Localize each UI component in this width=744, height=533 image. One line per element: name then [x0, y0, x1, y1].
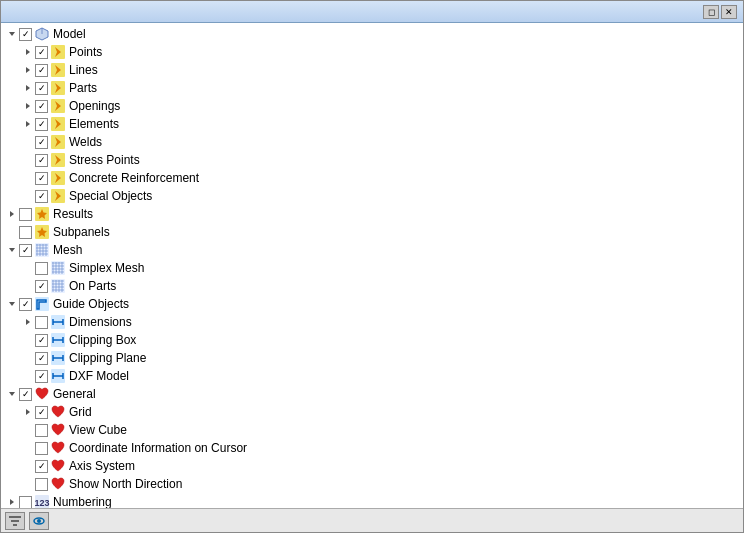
tree-item-clipping-plane[interactable]: Clipping Plane [1, 349, 743, 367]
yellow-arrow-icon-concrete-reinforcement [50, 170, 66, 186]
expander-parts[interactable] [21, 81, 35, 95]
svg-marker-80 [26, 409, 30, 415]
checkbox-simplex-mesh[interactable] [35, 262, 48, 275]
expander-mesh[interactable] [5, 243, 19, 257]
expander-openings[interactable] [21, 99, 35, 113]
tree-item-guide-objects[interactable]: Guide Objects [1, 295, 743, 313]
tree-item-view-cube[interactable]: View Cube [1, 421, 743, 439]
titlebar: ◻ ✕ [1, 1, 743, 23]
svg-marker-79 [9, 392, 15, 396]
label-concrete-reinforcement: Concrete Reinforcement [69, 171, 199, 185]
checkbox-numbering[interactable] [19, 496, 32, 509]
tree-item-welds[interactable]: Welds [1, 133, 743, 151]
checkbox-special-objects[interactable] [35, 190, 48, 203]
eye-button[interactable] [29, 512, 49, 530]
tree-item-on-parts[interactable]: On Parts [1, 277, 743, 295]
checkbox-dimensions[interactable] [35, 316, 48, 329]
expander-on-parts [21, 279, 35, 293]
label-guide-objects: Guide Objects [53, 297, 129, 311]
mesh-small-icon-simplex-mesh [50, 260, 66, 276]
label-special-objects: Special Objects [69, 189, 152, 203]
checkbox-coordinate-info[interactable] [35, 442, 48, 455]
checkbox-mesh[interactable] [19, 244, 32, 257]
expander-numbering[interactable] [5, 495, 19, 508]
expander-elements[interactable] [21, 117, 35, 131]
checkbox-guide-objects[interactable] [19, 298, 32, 311]
tree-item-mesh[interactable]: Mesh [1, 241, 743, 259]
checkbox-general[interactable] [19, 388, 32, 401]
tree-item-openings[interactable]: Openings [1, 97, 743, 115]
checkbox-view-cube[interactable] [35, 424, 48, 437]
tree-item-grid[interactable]: Grid [1, 403, 743, 421]
expander-stress-points [21, 153, 35, 167]
label-subpanels: Subpanels [53, 225, 110, 239]
checkbox-show-north[interactable] [35, 478, 48, 491]
close-button[interactable]: ✕ [721, 5, 737, 19]
label-show-north: Show North Direction [69, 477, 182, 491]
tree-item-subpanels[interactable]: Subpanels [1, 223, 743, 241]
tree-item-show-north[interactable]: Show North Direction [1, 475, 743, 493]
checkbox-axis-system[interactable] [35, 460, 48, 473]
tree-item-parts[interactable]: Parts [1, 79, 743, 97]
checkbox-clipping-box[interactable] [35, 334, 48, 347]
tree-item-lines[interactable]: Lines [1, 61, 743, 79]
checkbox-dxf-model[interactable] [35, 370, 48, 383]
checkbox-model[interactable] [19, 28, 32, 41]
checkbox-grid[interactable] [35, 406, 48, 419]
checkbox-results[interactable] [19, 208, 32, 221]
tree-item-special-objects[interactable]: Special Objects [1, 187, 743, 205]
label-points: Points [69, 45, 102, 59]
checkbox-lines[interactable] [35, 64, 48, 77]
expander-dimensions[interactable] [21, 315, 35, 329]
checkbox-points[interactable] [35, 46, 48, 59]
navigator-window: ◻ ✕ ModelPointsLinesPartsOpeningsElement… [0, 0, 744, 533]
checkbox-concrete-reinforcement[interactable] [35, 172, 48, 185]
tree-item-points[interactable]: Points [1, 43, 743, 61]
expander-results[interactable] [5, 207, 19, 221]
tree-item-results[interactable]: Results [1, 205, 743, 223]
checkbox-clipping-plane[interactable] [35, 352, 48, 365]
tree-panel[interactable]: ModelPointsLinesPartsOpeningsElementsWel… [1, 23, 743, 508]
tree-item-dimensions[interactable]: Dimensions [1, 313, 743, 331]
expander-general[interactable] [5, 387, 19, 401]
filter-button[interactable] [5, 512, 25, 530]
checkbox-elements[interactable] [35, 118, 48, 131]
tree-item-clipping-box[interactable]: Clipping Box [1, 331, 743, 349]
tree-item-simplex-mesh[interactable]: Simplex Mesh [1, 259, 743, 277]
tree-item-concrete-reinforcement[interactable]: Concrete Reinforcement [1, 169, 743, 187]
tree-item-coordinate-info[interactable]: Coordinate Information on Cursor [1, 439, 743, 457]
svg-marker-81 [10, 499, 14, 505]
checkbox-welds[interactable] [35, 136, 48, 149]
restore-button[interactable]: ◻ [703, 5, 719, 19]
label-numbering: Numbering [53, 495, 112, 508]
checkbox-openings[interactable] [35, 100, 48, 113]
label-mesh: Mesh [53, 243, 82, 257]
yellow-arrow-icon-elements [50, 116, 66, 132]
expander-grid[interactable] [21, 405, 35, 419]
expander-guide-objects[interactable] [5, 297, 19, 311]
expander-coordinate-info [21, 441, 35, 455]
label-openings: Openings [69, 99, 120, 113]
expander-model[interactable] [5, 27, 19, 41]
tree-item-elements[interactable]: Elements [1, 115, 743, 133]
tree-item-numbering[interactable]: 123Numbering [1, 493, 743, 508]
checkbox-parts[interactable] [35, 82, 48, 95]
tree-item-general[interactable]: General [1, 385, 743, 403]
expander-points[interactable] [21, 45, 35, 59]
label-dxf-model: DXF Model [69, 369, 129, 383]
filter-icon [8, 514, 22, 528]
expander-view-cube [21, 423, 35, 437]
tree-item-axis-system[interactable]: Axis System [1, 457, 743, 475]
expander-lines[interactable] [21, 63, 35, 77]
expander-simplex-mesh [21, 261, 35, 275]
yellow-arrow-icon-openings [50, 98, 66, 114]
checkbox-subpanels[interactable] [19, 226, 32, 239]
tree-item-model[interactable]: Model [1, 25, 743, 43]
checkbox-on-parts[interactable] [35, 280, 48, 293]
guide-icon-guide-objects [34, 296, 50, 312]
svg-rect-85 [11, 520, 19, 522]
expander-welds [21, 135, 35, 149]
tree-item-dxf-model[interactable]: DXF Model [1, 367, 743, 385]
checkbox-stress-points[interactable] [35, 154, 48, 167]
tree-item-stress-points[interactable]: Stress Points [1, 151, 743, 169]
